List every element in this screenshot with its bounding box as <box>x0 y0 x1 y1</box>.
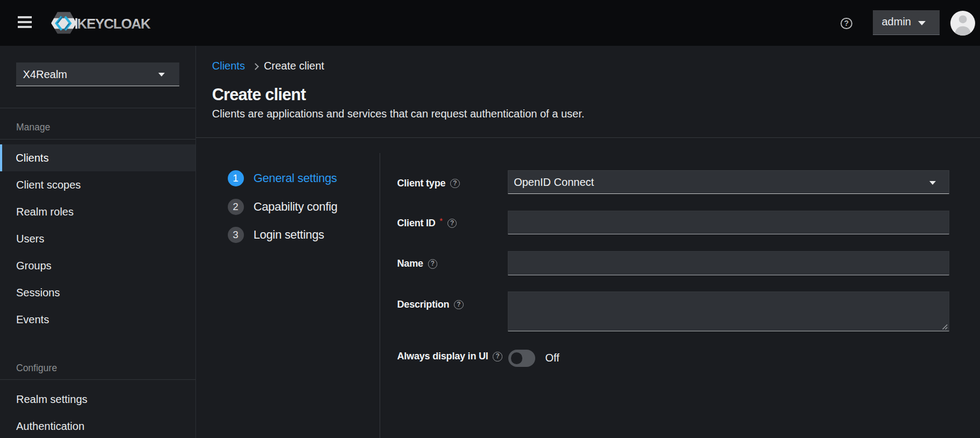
svg-text:KEYCLOAK: KEYCLOAK <box>77 16 151 31</box>
